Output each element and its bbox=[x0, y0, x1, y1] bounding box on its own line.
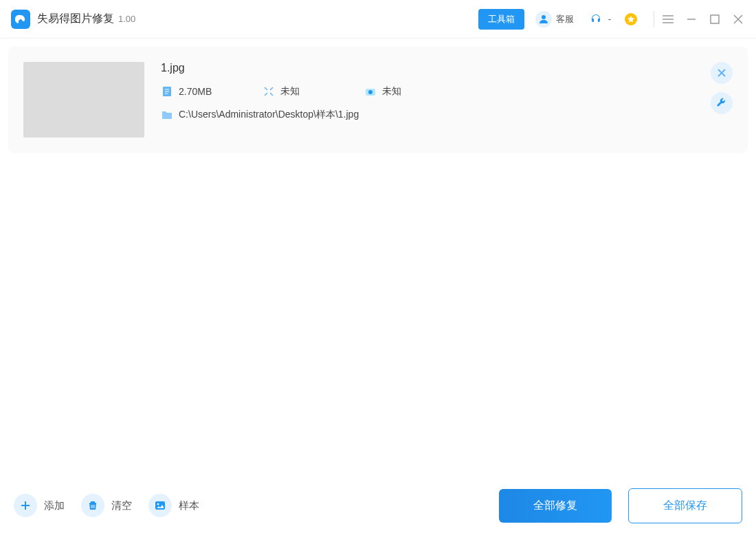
app-title: 失易得图片修复 bbox=[37, 12, 114, 26]
wrench-icon bbox=[716, 98, 727, 109]
footer: 添加 清空 样本 全部修复 全部保存 bbox=[0, 478, 756, 533]
filesize-icon bbox=[161, 85, 173, 98]
toolbox-button[interactable]: 工具箱 bbox=[478, 9, 524, 30]
dimensions-meta: 未知 bbox=[263, 85, 352, 98]
camera-meta: 未知 bbox=[364, 85, 454, 98]
sample-button[interactable]: 样本 bbox=[148, 494, 199, 517]
close-button[interactable] bbox=[731, 12, 745, 26]
titlebar: 失易得图片修复 1.00 工具箱 客服 - bbox=[0, 0, 756, 39]
add-button[interactable]: 添加 bbox=[14, 494, 65, 517]
dimensions-value: 未知 bbox=[280, 85, 300, 98]
thumbnail[interactable] bbox=[23, 62, 144, 138]
app-logo-icon bbox=[11, 10, 30, 29]
app-version: 1.00 bbox=[118, 14, 135, 24]
svg-point-6 bbox=[157, 503, 159, 505]
customer-service-button[interactable]: 客服 bbox=[535, 11, 574, 28]
add-label: 添加 bbox=[44, 499, 65, 512]
save-all-button[interactable]: 全部保存 bbox=[628, 488, 742, 523]
file-path-meta: C:\Users\Administrator\Desktop\样本\1.jpg bbox=[161, 109, 694, 121]
svg-point-4 bbox=[368, 90, 373, 94]
service-icon bbox=[535, 11, 552, 28]
svg-rect-5 bbox=[155, 501, 165, 510]
image-icon bbox=[148, 494, 172, 517]
headset-icon bbox=[588, 11, 604, 28]
sample-label: 样本 bbox=[179, 499, 199, 512]
trash-icon bbox=[81, 494, 104, 517]
headset-button[interactable]: - bbox=[588, 11, 611, 28]
dimensions-icon bbox=[263, 85, 275, 98]
camera-value: 未知 bbox=[382, 85, 401, 98]
svg-rect-1 bbox=[711, 15, 719, 23]
repair-file-button[interactable] bbox=[711, 92, 733, 114]
plus-icon bbox=[14, 494, 37, 517]
camera-icon bbox=[364, 85, 377, 98]
maximize-button[interactable] bbox=[708, 12, 722, 26]
file-size-value: 2.70MB bbox=[179, 86, 212, 97]
svg-point-0 bbox=[542, 15, 546, 19]
divider bbox=[654, 11, 654, 28]
close-icon bbox=[717, 68, 726, 78]
repair-all-button[interactable]: 全部修复 bbox=[499, 489, 612, 523]
service-label: 客服 bbox=[556, 13, 574, 25]
file-list: 1.jpg 2.70MB 未知 bbox=[0, 39, 756, 478]
premium-icon[interactable] bbox=[625, 13, 637, 25]
menu-icon[interactable] bbox=[661, 12, 675, 26]
headset-label: - bbox=[608, 14, 611, 24]
file-card: 1.jpg 2.70MB 未知 bbox=[8, 47, 748, 153]
minimize-button[interactable] bbox=[685, 12, 698, 26]
remove-file-button[interactable] bbox=[711, 62, 733, 84]
clear-label: 清空 bbox=[111, 499, 132, 512]
file-path-value: C:\Users\Administrator\Desktop\样本\1.jpg bbox=[179, 109, 359, 121]
file-size-meta: 2.70MB bbox=[161, 85, 250, 98]
file-name: 1.jpg bbox=[161, 62, 694, 74]
clear-button[interactable]: 清空 bbox=[81, 494, 132, 517]
folder-icon bbox=[161, 109, 173, 121]
